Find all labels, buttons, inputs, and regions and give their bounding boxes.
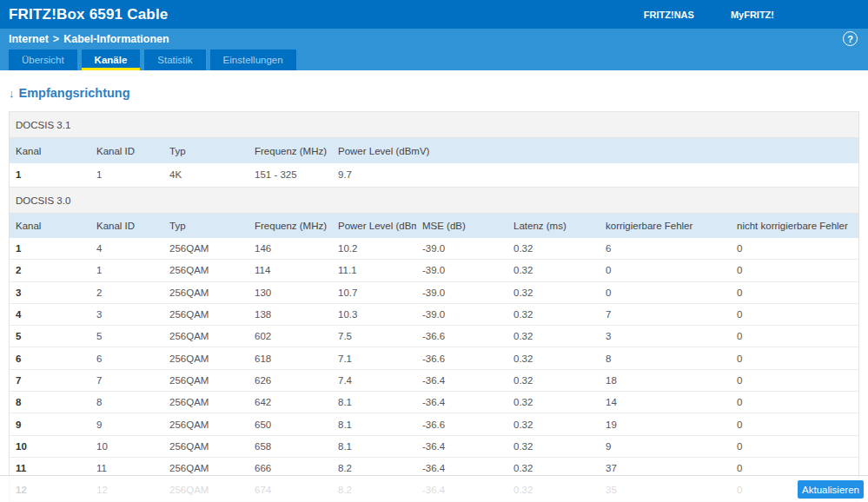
app-title: FRITZ!Box 6591 Cable [9, 6, 169, 23]
table-cell: 0 [731, 392, 858, 413]
table-cell: -36.6 [416, 326, 507, 347]
table-cell: 10.7 [332, 281, 416, 303]
tab-bar: ÜbersichtKanäleStatistikEinstellungen [0, 50, 868, 70]
table-row: 114K151 - 3259.7 [10, 163, 858, 187]
table-cell: 0 [600, 260, 731, 281]
table-cell: 146 [248, 238, 332, 260]
table-cell: 1 [90, 260, 163, 281]
docsis31-header-row: KanalKanal IDTypFrequenz (MHz)Power Leve… [10, 138, 858, 163]
table-cell: -39.0 [416, 303, 507, 325]
table-cell: 0 [731, 369, 858, 391]
table-cell: 0 [731, 347, 858, 369]
table-cell: 602 [248, 326, 332, 347]
tab-statistik[interactable]: Statistik [144, 50, 205, 70]
table-cell: 9.7 [332, 163, 858, 187]
table-row: 1010256QAM6588.1-36.40.3290 [10, 435, 858, 457]
column-header: Kanal ID [90, 138, 163, 163]
table-cell: 151 - 325 [248, 163, 332, 187]
refresh-button[interactable]: Aktualisieren [798, 480, 864, 499]
table-cell: 19 [600, 413, 731, 435]
table-cell: 0 [600, 281, 731, 303]
column-header: Kanal [10, 138, 90, 163]
table-cell: 2 [10, 260, 90, 281]
table-cell: 8.1 [332, 392, 416, 413]
table-cell: -36.4 [416, 435, 507, 457]
table-cell: 4 [90, 238, 163, 260]
table-cell: 0 [731, 326, 858, 347]
bottom-action-bar: Aktualisieren [0, 475, 868, 502]
docsis30-section-title: DOCSIS 3.0 [10, 188, 858, 214]
table-cell: 10 [90, 435, 163, 457]
column-header: korrigierbare Fehler [600, 214, 731, 238]
table-cell: 8 [600, 347, 731, 369]
table-cell: 650 [248, 413, 332, 435]
table-cell: 0 [731, 303, 858, 325]
table-cell: 0.32 [507, 347, 600, 369]
table-cell: 8.1 [332, 435, 416, 457]
breadcrumb-internet[interactable]: Internet [9, 33, 49, 45]
docsis30-header-row: KanalKanal IDTypFrequenz (MHz)Power Leve… [10, 214, 858, 238]
table-row: 32256QAM13010.7-39.00.3200 [10, 281, 858, 303]
header-links: FRITZ!NAS MyFRITZ! [644, 0, 781, 29]
table-row: 99256QAM6508.1-36.60.32190 [10, 413, 858, 435]
receive-direction-heading: ↓ Empfangsrichtung [9, 79, 859, 100]
table-cell: 9 [10, 413, 90, 435]
table-row: 43256QAM13810.3-39.00.3270 [10, 303, 858, 325]
tab-einstellungen[interactable]: Einstellungen [210, 50, 296, 70]
table-row: 77256QAM6267.4-36.40.32180 [10, 369, 858, 391]
table-cell: 1 [90, 163, 163, 187]
table-row: 21256QAM11411.1-39.00.3200 [10, 260, 858, 281]
table-cell: 658 [248, 435, 332, 457]
column-header: Latenz (ms) [507, 214, 600, 238]
column-header: Power Level (dBmV) [332, 138, 858, 163]
table-cell: 138 [248, 303, 332, 325]
myfritz-link[interactable]: MyFRITZ! [731, 10, 774, 20]
docsis31-table: KanalKanal IDTypFrequenz (MHz)Power Leve… [10, 138, 858, 188]
channel-tables: DOCSIS 3.1 KanalKanal IDTypFrequenz (MHz… [9, 111, 859, 502]
column-header: Power Level (dBmV) [332, 214, 416, 238]
table-cell: 5 [90, 326, 163, 347]
table-cell: 6 [90, 347, 163, 369]
table-cell: 618 [248, 347, 332, 369]
table-cell: 0.32 [507, 435, 600, 457]
app-header: FRITZ!Box 6591 Cable FRITZ!NAS MyFRITZ! [0, 0, 868, 29]
tab-uebersicht[interactable]: Übersicht [9, 50, 77, 70]
breadcrumb-separator-icon: > [53, 33, 59, 45]
column-header: nicht korrigierbare Fehler [731, 214, 858, 238]
table-row: 55256QAM6027.5-36.60.3230 [10, 326, 858, 347]
table-cell: 0.32 [507, 238, 600, 260]
table-cell: 18 [600, 369, 731, 391]
table-cell: 6 [600, 238, 731, 260]
table-cell: -36.4 [416, 369, 507, 391]
docsis30-table: KanalKanal IDTypFrequenz (MHz)Power Leve… [10, 214, 858, 502]
tab-kanaele[interactable]: Kanäle [82, 50, 141, 70]
table-cell: 0.32 [507, 369, 600, 391]
table-cell: -39.0 [416, 260, 507, 281]
column-header: MSE (dB) [416, 214, 507, 238]
breadcrumb-kabel-informationen[interactable]: Kabel-Informationen [63, 33, 169, 45]
table-cell: -39.0 [416, 281, 507, 303]
breadcrumb-bar: Internet > Kabel-Informationen ? [0, 29, 868, 50]
column-header: Kanal [10, 214, 90, 238]
table-cell: 7 [90, 369, 163, 391]
table-cell: 8.1 [332, 413, 416, 435]
help-icon[interactable]: ? [843, 31, 858, 46]
table-cell: 7.1 [332, 347, 416, 369]
column-header: Frequenz (MHz) [248, 138, 332, 163]
table-cell: 130 [248, 281, 332, 303]
table-cell: 10.2 [332, 238, 416, 260]
table-cell: 11.1 [332, 260, 416, 281]
table-cell: 256QAM [163, 392, 248, 413]
table-cell: 7.4 [332, 369, 416, 391]
table-row: 88256QAM6428.1-36.40.32140 [10, 392, 858, 413]
table-cell: 114 [248, 260, 332, 281]
main-content: ↓ Empfangsrichtung DOCSIS 3.1 KanalKanal… [0, 79, 868, 502]
receive-direction-label: Empfangsrichtung [19, 86, 130, 100]
table-cell: 0 [731, 281, 858, 303]
fritznas-link[interactable]: FRITZ!NAS [644, 10, 694, 20]
table-cell: 10 [10, 435, 90, 457]
table-cell: 8 [90, 392, 163, 413]
table-cell: 4 [10, 303, 90, 325]
table-cell: 256QAM [163, 435, 248, 457]
table-cell: 0 [731, 435, 858, 457]
